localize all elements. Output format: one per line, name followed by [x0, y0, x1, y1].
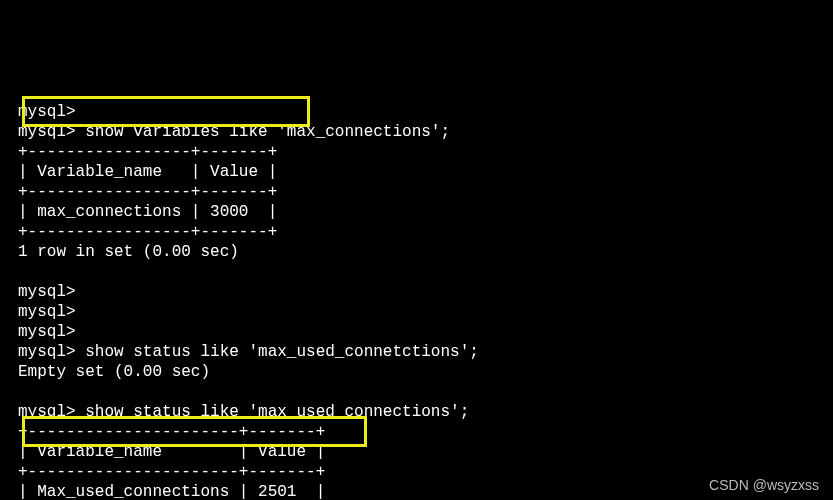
- result-summary: Empty set (0.00 sec): [18, 363, 210, 381]
- terminal-line: mysql>: [18, 283, 76, 301]
- terminal-line: mysql>: [18, 323, 76, 341]
- table-border: +----------------------+-------+: [18, 463, 325, 481]
- table-header: | Variable_name | Value |: [18, 443, 325, 461]
- table-border: +-----------------+-------+: [18, 183, 277, 201]
- table-row: | max_connections | 3000 |: [18, 203, 277, 221]
- terminal-line: mysql> show variables like 'max_connecti…: [18, 123, 450, 141]
- terminal-line: mysql>: [18, 303, 76, 321]
- table-header: | Variable_name | Value |: [18, 163, 277, 181]
- terminal-output: mysql> mysql> show variables like 'max_c…: [0, 82, 833, 500]
- watermark: CSDN @wsyzxss: [709, 477, 819, 495]
- table-row: | Max_used_connections | 2501 |: [18, 483, 325, 500]
- table-border: +----------------------+-------+: [18, 423, 325, 441]
- table-border: +-----------------+-------+: [18, 223, 277, 241]
- terminal-line: mysql>: [18, 103, 76, 121]
- result-summary: 1 row in set (0.00 sec): [18, 243, 239, 261]
- terminal-line: mysql> show status like 'max_used_connet…: [18, 343, 479, 361]
- terminal-line: mysql> show status like 'max_used_connec…: [18, 403, 469, 421]
- table-border: +-----------------+-------+: [18, 143, 277, 161]
